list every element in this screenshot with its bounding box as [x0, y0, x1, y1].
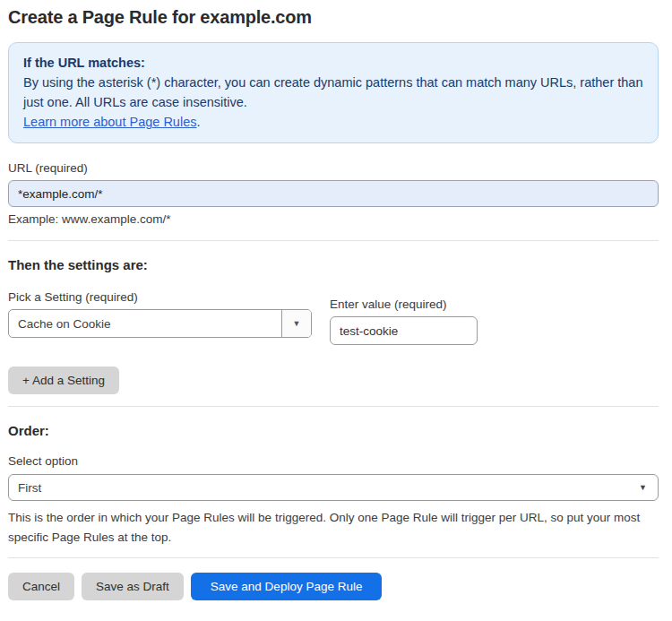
order-select[interactable]: First ▼: [8, 474, 659, 501]
setting-value-input[interactable]: [330, 316, 478, 345]
pick-setting-label: Pick a Setting (required): [8, 290, 312, 304]
setting-value-column: Enter value (required): [330, 298, 478, 345]
url-match-info-box: If the URL matches: By using the asteris…: [8, 42, 659, 143]
url-input[interactable]: [8, 180, 659, 207]
page-title: Create a Page Rule for example.com: [8, 7, 659, 28]
chevron-down-icon: ▼: [639, 483, 647, 492]
cancel-button[interactable]: Cancel: [8, 573, 74, 600]
setting-picker-column: Pick a Setting (required) Cache on Cooki…: [8, 290, 312, 345]
learn-more-link[interactable]: Learn more about Page Rules: [23, 115, 196, 129]
info-box-link-line: Learn more about Page Rules.: [23, 112, 643, 132]
save-draft-button[interactable]: Save as Draft: [82, 573, 184, 600]
setting-dropdown-value: Cache on Cookie: [9, 310, 281, 337]
add-setting-button[interactable]: + Add a Setting: [8, 367, 119, 394]
info-box-body: By using the asterisk (*) character, you…: [23, 73, 643, 112]
chevron-down-icon[interactable]: ▼: [281, 310, 311, 337]
save-deploy-button[interactable]: Save and Deploy Page Rule: [191, 573, 383, 600]
order-select-value: First: [18, 481, 41, 495]
settings-section-heading: Then the settings are:: [8, 257, 659, 272]
divider: [8, 406, 659, 407]
enter-value-label: Enter value (required): [330, 298, 478, 311]
setting-dropdown[interactable]: Cache on Cookie ▼: [8, 309, 312, 338]
url-example-hint: Example: www.example.com/*: [8, 212, 659, 226]
info-box-heading: If the URL matches:: [23, 53, 643, 73]
settings-row: Pick a Setting (required) Cache on Cooki…: [8, 290, 659, 345]
order-section-heading: Order:: [8, 423, 659, 438]
url-label: URL (required): [8, 161, 659, 175]
link-suffix: .: [196, 115, 200, 129]
order-help-text: This is the order in which your Page Rul…: [8, 508, 659, 548]
divider: [8, 557, 659, 558]
divider: [8, 240, 659, 241]
order-select-label: Select option: [8, 454, 659, 468]
form-actions: Cancel Save as Draft Save and Deploy Pag…: [8, 573, 659, 600]
create-page-rule-form: Create a Page Rule for example.com If th…: [0, 0, 672, 621]
